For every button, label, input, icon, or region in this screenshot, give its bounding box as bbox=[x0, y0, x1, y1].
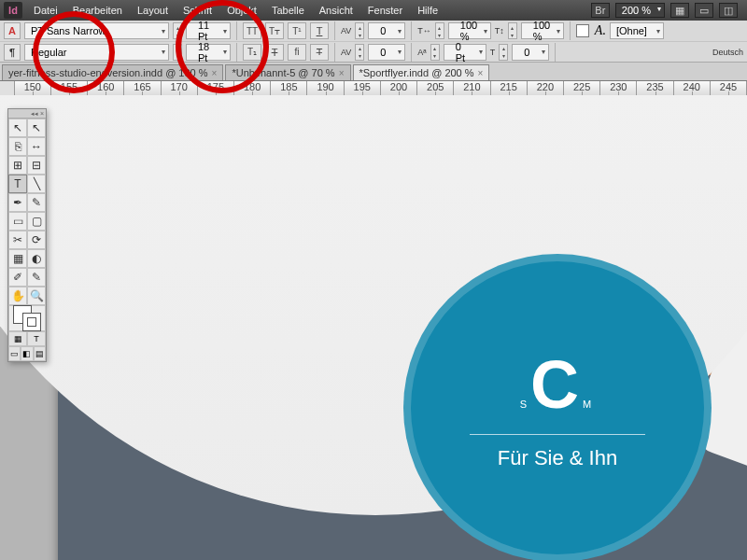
gap-tool[interactable]: ↔ bbox=[27, 137, 46, 156]
eyedropper[interactable]: ✎ bbox=[27, 268, 46, 287]
gradient-feather[interactable]: ◐ bbox=[27, 249, 46, 268]
screen-mode-icon[interactable]: ▭ bbox=[695, 3, 713, 18]
logo-text: SCM bbox=[520, 346, 596, 423]
all-caps-icon[interactable]: TT bbox=[243, 22, 261, 39]
font-style-dropdown[interactable]: Regular bbox=[24, 44, 169, 61]
line-tool[interactable]: ╲ bbox=[27, 175, 46, 193]
strikethrough-icon[interactable]: T bbox=[265, 44, 284, 61]
horizontal-ruler[interactable]: 150155 160165 170175 180185 190195 20020… bbox=[0, 81, 747, 96]
character-style-dropdown[interactable]: [Ohne] bbox=[610, 22, 664, 39]
tagline-text: Für Sie & Ihn bbox=[498, 446, 617, 470]
direct-selection-tool[interactable]: ↖ bbox=[27, 119, 46, 137]
hand-tool[interactable]: ✋ bbox=[8, 287, 27, 305]
hscale-field[interactable]: 100 % bbox=[448, 22, 491, 39]
baseline-field[interactable]: 0 Pt bbox=[444, 44, 486, 61]
bridge-icon[interactable]: Br bbox=[591, 3, 610, 18]
fill-swatch[interactable] bbox=[576, 24, 589, 37]
pencil-tool[interactable]: ✎ bbox=[27, 193, 46, 212]
font-size-field[interactable]: 11 Pt bbox=[186, 22, 231, 39]
baseline-shift-icon: Aª bbox=[417, 48, 426, 57]
baseline-stepper[interactable]: ▴▾ bbox=[430, 44, 440, 61]
skew-icon: T bbox=[490, 48, 496, 57]
menu-objekt[interactable]: Objekt bbox=[219, 5, 264, 16]
document-tabs: yer-fitness-studio-endversion.indd @ 100… bbox=[0, 63, 747, 81]
vscale-field[interactable]: 100 % bbox=[521, 22, 564, 39]
close-icon[interactable]: × bbox=[478, 68, 484, 78]
screen-mode-normal-icon[interactable]: ▭ bbox=[8, 346, 21, 361]
page[interactable]: SCM Für Sie & Ihn bbox=[58, 95, 747, 560]
document-canvas[interactable]: SCM Für Sie & Ihn bbox=[0, 95, 747, 560]
menu-bar: Id Datei Bearbeiten Layout Schrift Objek… bbox=[0, 0, 747, 21]
content-collector[interactable]: ⊞ bbox=[8, 156, 27, 175]
zoom-level[interactable]: 200 % bbox=[615, 3, 665, 18]
menu-bearbeiten[interactable]: Bearbeiten bbox=[65, 5, 130, 16]
menu-fenster[interactable]: Fenster bbox=[360, 5, 410, 16]
menu-ansicht[interactable]: Ansicht bbox=[312, 5, 360, 16]
subscript-icon[interactable]: T₁ bbox=[243, 44, 261, 61]
menu-hilfe[interactable]: Hilfe bbox=[410, 5, 445, 16]
superscript-icon[interactable]: T¹ bbox=[288, 22, 306, 39]
rectangle-frame[interactable]: ▭ bbox=[8, 212, 27, 231]
control-panel: A PT Sans Narrow ▴▾ 11 Pt TT Tᴛ T¹ T AV … bbox=[0, 21, 747, 63]
kerning-icon: AV bbox=[341, 26, 351, 35]
font-size-stepper[interactable]: ▴▾ bbox=[173, 22, 182, 39]
scissors[interactable]: ✂ bbox=[8, 231, 27, 249]
menu-schrift[interactable]: Schrift bbox=[176, 5, 219, 16]
app-icon: Id bbox=[4, 2, 22, 19]
screen-mode-preview-icon[interactable]: ◧ bbox=[21, 346, 33, 361]
leading-stepper[interactable]: ▴▾ bbox=[173, 44, 182, 61]
content-placer[interactable]: ⊟ bbox=[27, 156, 46, 175]
zoom-tool[interactable]: 🔍 bbox=[27, 287, 46, 305]
hscale-stepper[interactable]: ▴▾ bbox=[435, 22, 444, 39]
fill-stroke-swatch[interactable] bbox=[8, 305, 46, 331]
leading-field[interactable]: 18 Pt bbox=[186, 44, 231, 61]
menu-tabelle[interactable]: Tabelle bbox=[264, 5, 312, 16]
character-formatting-icon[interactable]: A bbox=[4, 22, 21, 39]
format-text-icon[interactable]: T bbox=[27, 331, 46, 346]
close-icon[interactable]: × bbox=[212, 68, 218, 78]
charstyle-icon: A. bbox=[595, 23, 606, 38]
transform[interactable]: ⟳ bbox=[27, 231, 46, 249]
rectangle-tool[interactable]: ▢ bbox=[27, 212, 46, 231]
close-icon[interactable]: × bbox=[339, 68, 345, 78]
skew-field[interactable]: 0 bbox=[512, 44, 549, 61]
menu-layout[interactable]: Layout bbox=[130, 5, 176, 16]
no-break-icon[interactable]: T̶ bbox=[310, 44, 329, 61]
tools-panel[interactable]: ◂◂× ↖↖⎘↔⊞⊟T╲✒✎▭▢✂⟳▦◐✐✎✋🔍 ▦ T ▭ ◧ ▤ bbox=[7, 108, 47, 362]
kerning-field[interactable]: 0 bbox=[368, 22, 405, 39]
logo-circle[interactable]: SCM Für Sie & Ihn bbox=[403, 254, 712, 560]
type-tool[interactable]: T bbox=[8, 175, 27, 193]
hscale-icon: T↔ bbox=[417, 26, 431, 35]
screen-mode-bleed-icon[interactable]: ▤ bbox=[34, 346, 46, 361]
pen-tool[interactable]: ✒ bbox=[8, 193, 27, 212]
page-tool[interactable]: ⎘ bbox=[8, 137, 27, 156]
skew-stepper[interactable]: ▴▾ bbox=[499, 44, 508, 61]
panel-header[interactable]: ◂◂× bbox=[8, 109, 46, 119]
paragraph-formatting-icon[interactable]: ¶ bbox=[4, 44, 21, 61]
small-caps-icon[interactable]: Tᴛ bbox=[265, 22, 284, 39]
view-options-icon[interactable]: ▦ bbox=[670, 3, 689, 18]
tracking-stepper[interactable]: ▴▾ bbox=[355, 44, 364, 61]
doc-tab-3[interactable]: *Sportflyer.indd @ 200 %× bbox=[353, 64, 490, 80]
underline-icon[interactable]: T bbox=[310, 22, 329, 39]
format-container-icon[interactable]: ▦ bbox=[8, 331, 27, 346]
menu-datei[interactable]: Datei bbox=[26, 5, 65, 16]
vscale-stepper[interactable]: ▴▾ bbox=[508, 22, 517, 39]
tracking-field[interactable]: 0 bbox=[368, 44, 405, 61]
kerning-stepper[interactable]: ▴▾ bbox=[355, 22, 364, 39]
vscale-icon: T↕ bbox=[495, 26, 504, 35]
selection-tool[interactable]: ↖ bbox=[8, 119, 27, 137]
doc-tab-1[interactable]: yer-fitness-studio-endversion.indd @ 100… bbox=[2, 64, 223, 80]
tracking-icon: AV bbox=[341, 48, 351, 57]
font-family-dropdown[interactable]: PT Sans Narrow bbox=[24, 22, 169, 39]
ligatures-icon[interactable]: fi bbox=[288, 44, 306, 61]
language-label: Deutsch bbox=[712, 48, 743, 57]
arrange-icon[interactable]: ◫ bbox=[719, 3, 738, 18]
doc-tab-2[interactable]: *Unbenannt-5 @ 70 %× bbox=[225, 64, 350, 80]
gradient-swatch[interactable]: ▦ bbox=[8, 249, 27, 268]
note-tool[interactable]: ✐ bbox=[8, 268, 27, 287]
